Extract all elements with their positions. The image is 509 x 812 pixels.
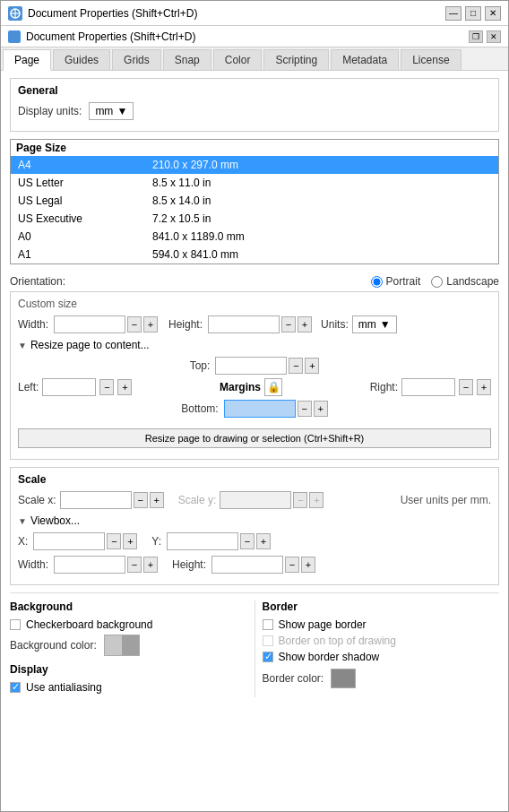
top-input[interactable]: 0.00000: [215, 357, 287, 375]
units-select[interactable]: mm ▼: [352, 315, 397, 333]
border-color-row: Border color:: [263, 669, 500, 688]
display-units-select[interactable]: mm ▼: [89, 102, 134, 120]
viewbox-y-minus[interactable]: −: [240, 533, 254, 549]
top-minus-button[interactable]: −: [289, 358, 303, 374]
right-plus-button[interactable]: +: [477, 379, 491, 395]
tabs-bar: Page Guides Grids Snap Color Scripting M…: [1, 48, 508, 71]
width-input[interactable]: 210.00000: [54, 315, 125, 333]
scale-y-label: Scale y:: [178, 494, 217, 506]
viewbox-y-plus[interactable]: +: [256, 533, 271, 549]
width-label: Width:: [18, 318, 48, 331]
bottom-minus-button[interactable]: −: [298, 401, 312, 417]
resize-collapse-row[interactable]: ▼ Resize page to content...: [18, 339, 491, 351]
bg-color-button[interactable]: [104, 635, 140, 656]
viewbox-width-plus[interactable]: +: [143, 557, 158, 573]
viewbox-width-minus[interactable]: −: [127, 557, 142, 573]
page-size-row-a0[interactable]: A0 841.0 x 1189.0 mm: [11, 228, 498, 246]
bottom-plus-button[interactable]: +: [314, 401, 328, 417]
scale-x-input[interactable]: 1.00000: [60, 491, 132, 509]
minimize-button[interactable]: —: [445, 6, 462, 21]
antialiasing-checkbox[interactable]: [10, 682, 21, 693]
viewbox-width-input[interactable]: 210.00000: [54, 556, 125, 574]
checkerboard-checkbox[interactable]: [10, 619, 21, 630]
scale-x-label: Scale x:: [18, 494, 56, 506]
bg-color-row: Background color:: [10, 635, 247, 656]
viewbox-height-input[interactable]: 296.99999: [211, 556, 283, 574]
page-size-row-uslegal[interactable]: US Legal 8.5 x 14.0 in: [11, 192, 498, 210]
left-input[interactable]: 0.00000: [42, 378, 96, 396]
tab-scripting[interactable]: Scripting: [263, 49, 329, 70]
page-size-name: A4: [11, 156, 145, 174]
scale-row: Scale x: 1.00000 − + Scale y: 1.00000 − …: [18, 491, 491, 509]
orientation-label: Orientation:: [10, 275, 65, 288]
viewbox-x-minus[interactable]: −: [107, 533, 121, 549]
width-height-row: Width: 210.00000 − + Height: 297.00000 −…: [18, 315, 491, 333]
restore-up-button[interactable]: ✕: [487, 30, 501, 43]
display-title: Display: [10, 663, 247, 676]
top-row: Top: 0.00000 − +: [18, 357, 491, 375]
scale-title: Scale: [18, 473, 491, 486]
tab-color[interactable]: Color: [213, 49, 263, 70]
page-size-row-usletter[interactable]: US Letter 8.5 x 11.0 in: [11, 174, 498, 192]
viewbox-collapse-row[interactable]: ▼ Viewbox...: [18, 514, 491, 527]
tab-snap[interactable]: Snap: [163, 49, 211, 70]
page-size-dims: 841.0 x 1189.0 mm: [145, 228, 498, 246]
scale-y-plus-button[interactable]: +: [309, 492, 324, 508]
bg-color-label: Background color:: [10, 639, 97, 652]
tab-license[interactable]: License: [401, 49, 461, 70]
tab-page[interactable]: Page: [3, 49, 51, 71]
tab-metadata[interactable]: Metadata: [331, 49, 399, 70]
display-units-label: Display units:: [18, 105, 82, 117]
portrait-radio[interactable]: [371, 276, 383, 288]
bottom-row: Bottom: 0.00000 − +: [18, 400, 491, 418]
maximize-button[interactable]: □: [465, 6, 481, 21]
viewbox-y-input[interactable]: 0.00000: [167, 532, 238, 550]
right-input[interactable]: 0.00000: [401, 378, 455, 396]
viewbox-x-input[interactable]: 0.00000: [33, 532, 105, 550]
custom-size-section: Custom size Width: 210.00000 − + Height:…: [10, 291, 499, 460]
scale-y-input[interactable]: 1.00000: [220, 491, 291, 509]
width-minus-button[interactable]: −: [127, 316, 142, 333]
left-minus-button[interactable]: −: [99, 379, 114, 395]
top-label: Top:: [190, 359, 211, 372]
page-size-row-usexec[interactable]: US Executive 7.2 x 10.5 in: [11, 210, 498, 228]
show-page-border-checkbox[interactable]: [263, 619, 273, 630]
tab-grids[interactable]: Grids: [112, 49, 161, 70]
resize-to-drawing-button[interactable]: Resize page to drawing or selection (Ctr…: [18, 428, 491, 448]
page-size-title: Page Size: [11, 140, 498, 156]
show-border-shadow-checkbox[interactable]: [263, 652, 273, 662]
viewbox-x-plus[interactable]: +: [123, 533, 137, 549]
page-size-table: A4 210.0 x 297.0 mm US Letter 8.5 x 11.0…: [11, 156, 498, 263]
general-title: General: [18, 84, 491, 97]
width-plus-button[interactable]: +: [143, 316, 158, 333]
lock-button[interactable]: 🔒: [264, 378, 282, 396]
restore-down-button[interactable]: ❐: [469, 30, 483, 43]
close-button[interactable]: ✕: [485, 6, 501, 21]
top-plus-button[interactable]: +: [305, 358, 319, 374]
border-on-top-checkbox[interactable]: [263, 635, 273, 646]
height-plus-button[interactable]: +: [298, 316, 312, 333]
height-label: Height:: [168, 318, 203, 331]
title-bar: Document Properties (Shift+Ctrl+D) — □ ✕: [1, 1, 508, 26]
tab-guides[interactable]: Guides: [53, 49, 110, 70]
viewbox-height-minus[interactable]: −: [285, 557, 299, 573]
border-color-label: Border color:: [263, 672, 324, 685]
page-size-row-a4[interactable]: A4 210.0 x 297.0 mm: [11, 156, 498, 174]
display-units-value: mm: [95, 105, 113, 117]
viewbox-height-plus[interactable]: +: [301, 557, 315, 573]
checkerboard-label: Checkerboard background: [26, 618, 152, 631]
scale-x-plus-button[interactable]: +: [150, 492, 164, 508]
left-plus-button[interactable]: +: [117, 379, 132, 395]
height-minus-button[interactable]: −: [281, 316, 296, 333]
show-page-border-row: Show page border: [263, 618, 500, 631]
height-input[interactable]: 297.00000: [208, 315, 280, 333]
scale-y-minus-button[interactable]: −: [293, 492, 307, 508]
landscape-radio[interactable]: [431, 276, 443, 288]
page-size-dims: 8.5 x 11.0 in: [145, 174, 498, 192]
page-size-row-a1[interactable]: A1 594.0 x 841.0 mm: [11, 246, 498, 263]
scale-x-minus-button[interactable]: −: [134, 492, 148, 508]
right-minus-button[interactable]: −: [459, 379, 473, 395]
border-color-button[interactable]: [331, 669, 356, 688]
resize-collapse-label: Resize page to content...: [30, 339, 150, 351]
bottom-input[interactable]: 0.00000: [224, 400, 296, 418]
